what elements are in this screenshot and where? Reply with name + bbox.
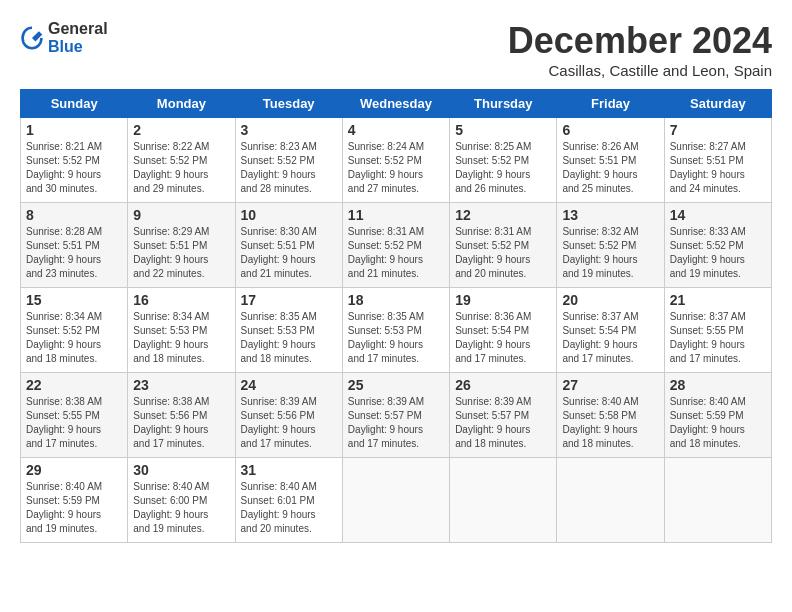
calendar-day-cell: 6Sunrise: 8:26 AM Sunset: 5:51 PM Daylig… — [557, 118, 664, 203]
day-info: Sunrise: 8:39 AM Sunset: 5:57 PM Dayligh… — [348, 395, 444, 451]
day-info: Sunrise: 8:38 AM Sunset: 5:55 PM Dayligh… — [26, 395, 122, 451]
calendar-day-cell: 26Sunrise: 8:39 AM Sunset: 5:57 PM Dayli… — [450, 373, 557, 458]
day-info: Sunrise: 8:40 AM Sunset: 6:01 PM Dayligh… — [241, 480, 337, 536]
day-info: Sunrise: 8:36 AM Sunset: 5:54 PM Dayligh… — [455, 310, 551, 366]
calendar-day-cell: 11Sunrise: 8:31 AM Sunset: 5:52 PM Dayli… — [342, 203, 449, 288]
day-number: 21 — [670, 292, 766, 308]
day-number: 27 — [562, 377, 658, 393]
day-info: Sunrise: 8:34 AM Sunset: 5:52 PM Dayligh… — [26, 310, 122, 366]
day-info: Sunrise: 8:37 AM Sunset: 5:55 PM Dayligh… — [670, 310, 766, 366]
calendar-day-cell — [557, 458, 664, 543]
day-info: Sunrise: 8:38 AM Sunset: 5:56 PM Dayligh… — [133, 395, 229, 451]
weekday-header: Monday — [128, 90, 235, 118]
calendar-day-cell: 3Sunrise: 8:23 AM Sunset: 5:52 PM Daylig… — [235, 118, 342, 203]
day-info: Sunrise: 8:33 AM Sunset: 5:52 PM Dayligh… — [670, 225, 766, 281]
weekday-header: Tuesday — [235, 90, 342, 118]
day-info: Sunrise: 8:39 AM Sunset: 5:57 PM Dayligh… — [455, 395, 551, 451]
calendar-day-cell: 27Sunrise: 8:40 AM Sunset: 5:58 PM Dayli… — [557, 373, 664, 458]
day-info: Sunrise: 8:40 AM Sunset: 5:58 PM Dayligh… — [562, 395, 658, 451]
day-number: 29 — [26, 462, 122, 478]
day-info: Sunrise: 8:23 AM Sunset: 5:52 PM Dayligh… — [241, 140, 337, 196]
calendar-day-cell: 18Sunrise: 8:35 AM Sunset: 5:53 PM Dayli… — [342, 288, 449, 373]
day-number: 1 — [26, 122, 122, 138]
calendar-day-cell: 12Sunrise: 8:31 AM Sunset: 5:52 PM Dayli… — [450, 203, 557, 288]
day-number: 17 — [241, 292, 337, 308]
calendar-day-cell: 31Sunrise: 8:40 AM Sunset: 6:01 PM Dayli… — [235, 458, 342, 543]
calendar-day-cell: 24Sunrise: 8:39 AM Sunset: 5:56 PM Dayli… — [235, 373, 342, 458]
day-info: Sunrise: 8:30 AM Sunset: 5:51 PM Dayligh… — [241, 225, 337, 281]
calendar-day-cell: 2Sunrise: 8:22 AM Sunset: 5:52 PM Daylig… — [128, 118, 235, 203]
calendar-day-cell: 14Sunrise: 8:33 AM Sunset: 5:52 PM Dayli… — [664, 203, 771, 288]
weekday-header: Friday — [557, 90, 664, 118]
day-info: Sunrise: 8:39 AM Sunset: 5:56 PM Dayligh… — [241, 395, 337, 451]
calendar-day-cell: 8Sunrise: 8:28 AM Sunset: 5:51 PM Daylig… — [21, 203, 128, 288]
day-number: 26 — [455, 377, 551, 393]
day-number: 6 — [562, 122, 658, 138]
calendar-week-row: 22Sunrise: 8:38 AM Sunset: 5:55 PM Dayli… — [21, 373, 772, 458]
calendar-day-cell: 30Sunrise: 8:40 AM Sunset: 6:00 PM Dayli… — [128, 458, 235, 543]
location-title: Casillas, Castille and Leon, Spain — [508, 62, 772, 79]
calendar-day-cell: 23Sunrise: 8:38 AM Sunset: 5:56 PM Dayli… — [128, 373, 235, 458]
calendar-day-cell: 15Sunrise: 8:34 AM Sunset: 5:52 PM Dayli… — [21, 288, 128, 373]
calendar-day-cell: 20Sunrise: 8:37 AM Sunset: 5:54 PM Dayli… — [557, 288, 664, 373]
day-number: 15 — [26, 292, 122, 308]
calendar-table: SundayMondayTuesdayWednesdayThursdayFrid… — [20, 89, 772, 543]
day-info: Sunrise: 8:29 AM Sunset: 5:51 PM Dayligh… — [133, 225, 229, 281]
header: General Blue December 2024 Casillas, Cas… — [20, 20, 772, 79]
day-number: 9 — [133, 207, 229, 223]
general-blue-logo-icon — [20, 26, 44, 50]
day-number: 7 — [670, 122, 766, 138]
day-number: 14 — [670, 207, 766, 223]
day-number: 2 — [133, 122, 229, 138]
title-area: December 2024 Casillas, Castille and Leo… — [508, 20, 772, 79]
day-number: 8 — [26, 207, 122, 223]
weekday-header: Sunday — [21, 90, 128, 118]
day-info: Sunrise: 8:31 AM Sunset: 5:52 PM Dayligh… — [455, 225, 551, 281]
day-number: 28 — [670, 377, 766, 393]
day-info: Sunrise: 8:28 AM Sunset: 5:51 PM Dayligh… — [26, 225, 122, 281]
weekday-header: Thursday — [450, 90, 557, 118]
calendar-day-cell: 1Sunrise: 8:21 AM Sunset: 5:52 PM Daylig… — [21, 118, 128, 203]
calendar-day-cell: 29Sunrise: 8:40 AM Sunset: 5:59 PM Dayli… — [21, 458, 128, 543]
day-number: 22 — [26, 377, 122, 393]
calendar-day-cell: 16Sunrise: 8:34 AM Sunset: 5:53 PM Dayli… — [128, 288, 235, 373]
day-info: Sunrise: 8:40 AM Sunset: 5:59 PM Dayligh… — [670, 395, 766, 451]
day-info: Sunrise: 8:25 AM Sunset: 5:52 PM Dayligh… — [455, 140, 551, 196]
calendar-day-cell: 10Sunrise: 8:30 AM Sunset: 5:51 PM Dayli… — [235, 203, 342, 288]
calendar-day-cell: 25Sunrise: 8:39 AM Sunset: 5:57 PM Dayli… — [342, 373, 449, 458]
calendar-day-cell: 9Sunrise: 8:29 AM Sunset: 5:51 PM Daylig… — [128, 203, 235, 288]
day-info: Sunrise: 8:35 AM Sunset: 5:53 PM Dayligh… — [241, 310, 337, 366]
day-info: Sunrise: 8:21 AM Sunset: 5:52 PM Dayligh… — [26, 140, 122, 196]
weekday-header: Saturday — [664, 90, 771, 118]
day-number: 20 — [562, 292, 658, 308]
calendar-week-row: 1Sunrise: 8:21 AM Sunset: 5:52 PM Daylig… — [21, 118, 772, 203]
calendar-day-cell: 4Sunrise: 8:24 AM Sunset: 5:52 PM Daylig… — [342, 118, 449, 203]
calendar-day-cell: 22Sunrise: 8:38 AM Sunset: 5:55 PM Dayli… — [21, 373, 128, 458]
day-number: 31 — [241, 462, 337, 478]
day-number: 19 — [455, 292, 551, 308]
logo-text: General Blue — [48, 20, 108, 56]
day-number: 24 — [241, 377, 337, 393]
weekday-header: Wednesday — [342, 90, 449, 118]
day-info: Sunrise: 8:37 AM Sunset: 5:54 PM Dayligh… — [562, 310, 658, 366]
calendar-day-cell — [342, 458, 449, 543]
day-info: Sunrise: 8:27 AM Sunset: 5:51 PM Dayligh… — [670, 140, 766, 196]
day-info: Sunrise: 8:40 AM Sunset: 6:00 PM Dayligh… — [133, 480, 229, 536]
day-number: 16 — [133, 292, 229, 308]
month-title: December 2024 — [508, 20, 772, 62]
calendar-header-row: SundayMondayTuesdayWednesdayThursdayFrid… — [21, 90, 772, 118]
calendar-day-cell: 21Sunrise: 8:37 AM Sunset: 5:55 PM Dayli… — [664, 288, 771, 373]
calendar-day-cell: 17Sunrise: 8:35 AM Sunset: 5:53 PM Dayli… — [235, 288, 342, 373]
calendar-day-cell: 7Sunrise: 8:27 AM Sunset: 5:51 PM Daylig… — [664, 118, 771, 203]
calendar-week-row: 29Sunrise: 8:40 AM Sunset: 5:59 PM Dayli… — [21, 458, 772, 543]
day-number: 11 — [348, 207, 444, 223]
calendar-week-row: 15Sunrise: 8:34 AM Sunset: 5:52 PM Dayli… — [21, 288, 772, 373]
day-number: 30 — [133, 462, 229, 478]
day-info: Sunrise: 8:34 AM Sunset: 5:53 PM Dayligh… — [133, 310, 229, 366]
calendar-day-cell: 28Sunrise: 8:40 AM Sunset: 5:59 PM Dayli… — [664, 373, 771, 458]
day-number: 12 — [455, 207, 551, 223]
day-info: Sunrise: 8:40 AM Sunset: 5:59 PM Dayligh… — [26, 480, 122, 536]
day-number: 4 — [348, 122, 444, 138]
calendar-day-cell: 19Sunrise: 8:36 AM Sunset: 5:54 PM Dayli… — [450, 288, 557, 373]
calendar-day-cell — [664, 458, 771, 543]
